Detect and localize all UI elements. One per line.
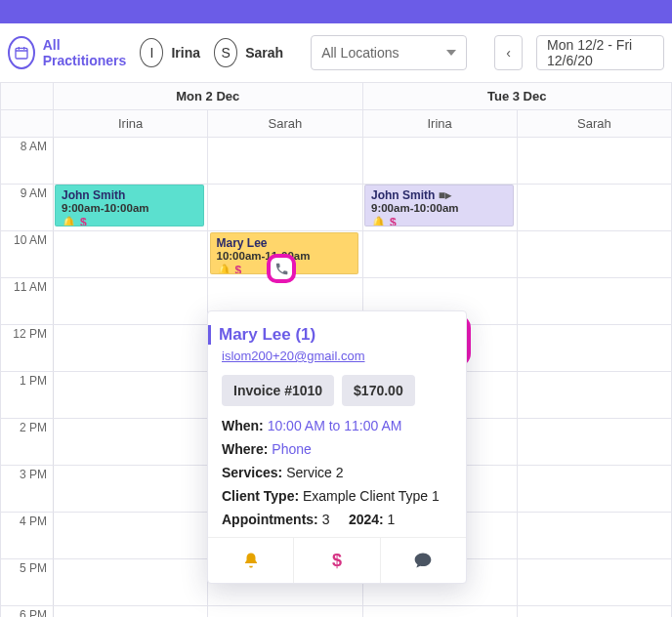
calendar-area: Mon 2 Dec Tue 3 Dec Irina Sarah Irina Sa… — [0, 82, 672, 617]
popover-title: Mary Lee (1) — [208, 325, 452, 345]
time-slot[interactable] — [54, 138, 208, 185]
where-value: Phone — [272, 441, 311, 457]
hour-label: 6 PM — [1, 606, 54, 618]
time-slot[interactable] — [517, 185, 671, 231]
year-value: 1 — [388, 512, 396, 527]
time-slot[interactable] — [517, 466, 671, 513]
comment-icon — [413, 551, 433, 570]
practitioner-initial: I — [149, 45, 153, 61]
hour-label: 3 PM — [1, 466, 54, 513]
time-slot[interactable] — [54, 466, 208, 513]
phone-appointment-badge — [267, 254, 296, 283]
time-slot[interactable] — [517, 278, 671, 325]
date-range-button[interactable]: Mon 12/2 - Fri 12/6/20 — [536, 35, 664, 70]
when-value: 10:00 AM to 11:00 AM — [268, 418, 402, 433]
hour-label: 12 PM — [1, 325, 54, 372]
day-header: Mon 2 Dec — [54, 83, 363, 110]
time-slot[interactable] — [517, 419, 671, 466]
date-range-label: Mon 12/2 - Fri 12/6/20 — [547, 37, 653, 68]
bell-icon: 🔔 — [371, 216, 386, 226]
notes-button[interactable] — [381, 538, 466, 583]
client-type-value: Example Client Type 1 — [303, 488, 440, 504]
time-slot[interactable] — [54, 606, 208, 618]
when-label: When: — [222, 418, 264, 433]
appointment-block[interactable]: John Smith9:00am-10:00am🔔$ — [55, 185, 204, 226]
time-slot[interactable] — [362, 231, 517, 278]
practitioner-chip-irina[interactable]: I — [140, 38, 163, 67]
year-label: 2024: — [349, 512, 384, 527]
popover-client-type-row: Client Type: Example Client Type 1 — [222, 488, 452, 504]
popover-when-row: When: 10:00 AM to 11:00 AM — [222, 418, 452, 433]
hour-label: 8 AM — [1, 138, 54, 185]
chevron-left-icon: ‹ — [506, 45, 511, 61]
client-email-link[interactable]: islom200+20@gmail.com — [222, 349, 452, 363]
practitioner-name-irina[interactable]: Irina — [171, 45, 200, 61]
all-practitioners-label[interactable]: All Practitioners — [43, 37, 127, 68]
popover-where-row: Where: Phone — [222, 441, 452, 457]
appt-client-name: John Smith — [62, 188, 197, 202]
appt-time: 9:00am-10:00am — [371, 202, 507, 214]
amount-chip[interactable]: $170.00 — [342, 375, 415, 406]
calendar-icon-button[interactable] — [8, 36, 35, 69]
client-link[interactable]: Mary Lee (1) — [219, 325, 315, 344]
hour-label: 5 PM — [1, 559, 54, 606]
hour-label: 1 PM — [1, 372, 54, 419]
location-select[interactable]: All Locations — [311, 35, 467, 70]
svg-rect-0 — [16, 48, 27, 59]
hour-label: 9 AM — [1, 185, 54, 231]
app-header-strip — [0, 0, 672, 23]
hour-label: 2 PM — [1, 419, 54, 466]
invoice-chip[interactable]: Invoice #1010 — [222, 375, 334, 406]
time-slot[interactable] — [54, 513, 208, 559]
billing-button[interactable]: $ — [294, 538, 380, 583]
corner-cell — [1, 110, 54, 138]
appts-value: 3 — [322, 512, 330, 527]
video-icon: ■▸ — [439, 188, 451, 202]
chevron-down-icon — [446, 50, 456, 56]
time-slot[interactable] — [517, 559, 671, 606]
location-select-label: All Locations — [321, 45, 399, 61]
popover-counts-row: Appointments: 3 2024: 1 — [222, 512, 452, 527]
time-slot[interactable] — [362, 606, 517, 618]
reminder-button[interactable] — [208, 538, 294, 583]
appt-client-name: John Smith ■▸ — [371, 188, 507, 202]
dollar-icon: $ — [235, 264, 242, 274]
services-label: Services: — [222, 465, 282, 480]
appointment-block[interactable]: John Smith ■▸9:00am-10:00am🔔$ — [364, 185, 514, 226]
services-value: Service 2 — [286, 465, 343, 480]
time-slot[interactable] — [54, 419, 208, 466]
bell-icon: 🔔 — [62, 216, 76, 226]
popover-footer: $ — [208, 537, 466, 583]
hour-label: 11 AM — [1, 278, 54, 325]
time-slot[interactable] — [208, 185, 362, 231]
time-slot[interactable] — [54, 231, 208, 278]
where-label: Where: — [222, 441, 268, 457]
dollar-icon: $ — [80, 216, 87, 226]
time-slot[interactable] — [517, 513, 671, 559]
client-type-label: Client Type: — [222, 488, 299, 504]
date-prev-button[interactable]: ‹ — [494, 35, 523, 70]
practitioner-chip-sarah[interactable]: S — [214, 38, 237, 67]
dollar-icon: $ — [390, 216, 397, 226]
column-header: Irina — [54, 110, 208, 138]
time-slot[interactable] — [517, 325, 671, 372]
hour-label: 10 AM — [1, 231, 54, 278]
time-slot[interactable] — [54, 325, 208, 372]
time-slot[interactable] — [54, 372, 208, 419]
time-slot[interactable] — [517, 231, 671, 278]
time-slot[interactable] — [362, 138, 517, 185]
time-slot[interactable] — [208, 138, 362, 185]
time-slot[interactable] — [54, 278, 208, 325]
practitioner-name-sarah[interactable]: Sarah — [245, 45, 283, 61]
phone-icon — [274, 262, 289, 276]
appt-time: 9:00am-10:00am — [62, 202, 197, 214]
time-slot[interactable] — [208, 606, 362, 618]
time-slot[interactable] — [517, 606, 671, 618]
column-header: Sarah — [517, 110, 671, 138]
time-slot[interactable] — [54, 559, 208, 606]
popover-services-row: Services: Service 2 — [222, 465, 452, 480]
calendar-icon — [14, 45, 29, 61]
practitioner-initial: S — [221, 45, 230, 61]
time-slot[interactable] — [517, 372, 671, 419]
time-slot[interactable] — [517, 138, 671, 185]
